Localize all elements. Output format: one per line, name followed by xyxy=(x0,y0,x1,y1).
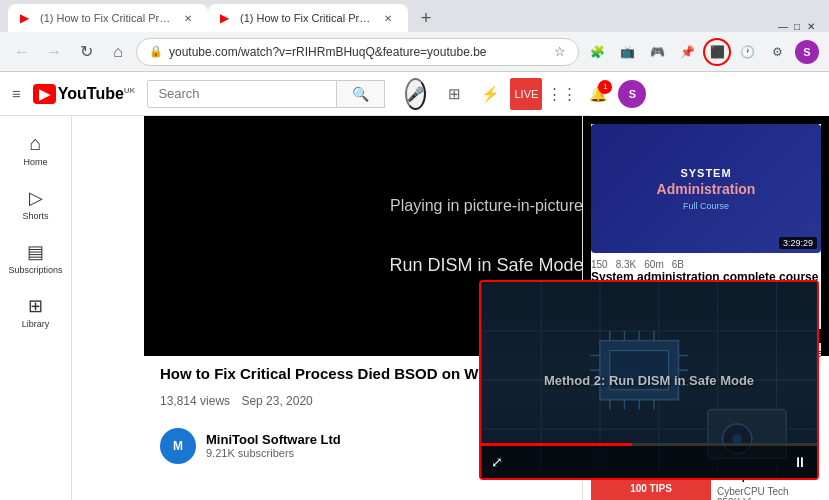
mic-button[interactable]: 🎤 xyxy=(405,78,426,110)
history-icon[interactable]: 🕐 xyxy=(733,38,761,66)
notification-badge: 1 xyxy=(598,80,612,94)
yt-avatar[interactable]: S xyxy=(618,80,646,108)
youtube-logo: ▶ YouTubeUK xyxy=(33,84,136,104)
browser-toolbar: ← → ↻ ⌂ 🔒 youtube.com/watch?v=rRIHRmBHuq… xyxy=(0,32,829,72)
search-bar[interactable] xyxy=(147,80,337,108)
channel-avatar: M xyxy=(160,428,196,464)
library-icon: ⊞ xyxy=(28,295,43,317)
tab-1-title: (1) How to Fix Critical Process Di... xyxy=(40,12,174,24)
pip-label: Playing in picture-in-picture xyxy=(390,197,583,215)
pip-controls: ⤢ ⏸ xyxy=(481,446,817,478)
shorts-sidebar-icon: ▷ xyxy=(29,187,43,209)
unknown-icon-1[interactable]: 🎮 xyxy=(643,38,671,66)
pip-play-pause-button[interactable]: ⏸ xyxy=(791,452,809,472)
sidebar-item-home[interactable]: ⌂ Home xyxy=(4,124,68,175)
channel-info: MiniTool Software Ltd 9.21K subscribers xyxy=(206,432,341,459)
featured-thumb-content: System Administration Full Course xyxy=(657,167,756,211)
tab-bar: ▶ (1) How to Fix Critical Process Di... … xyxy=(0,0,829,32)
sidebar-shorts-label: Shorts xyxy=(22,211,48,221)
tab-1-favicon: ▶ xyxy=(20,11,34,25)
extensions-icon[interactable]: 🧩 xyxy=(583,38,611,66)
grid-icon[interactable]: ⊞ xyxy=(438,78,470,110)
pip-method-text: Method 2: Run DISM in Safe Mode xyxy=(544,373,754,388)
tab-2-favicon: ▶ xyxy=(220,11,234,25)
channel-subs: 9.21K subscribers xyxy=(206,447,341,459)
header-icons: ⊞ ⚡ LIVE ⋮⋮ 🔔 1 S xyxy=(438,78,646,110)
tab-2-close[interactable]: ✕ xyxy=(380,10,396,26)
video-stats: 13,814 views Sep 23, 2020 xyxy=(160,394,313,408)
back-button[interactable]: ← xyxy=(8,38,36,66)
address-bar[interactable]: 🔒 youtube.com/watch?v=rRIHRmBHuqQ&featur… xyxy=(136,38,579,66)
tab-1[interactable]: ▶ (1) How to Fix Critical Process Di... … xyxy=(8,4,208,32)
tab-2[interactable]: ▶ (1) How to Fix Critical Proce... ✕ xyxy=(208,4,408,32)
pip-overlay: ✕ xyxy=(479,280,819,480)
settings-icon[interactable]: ⚙ xyxy=(763,38,791,66)
shorts-icon[interactable]: ⚡ xyxy=(474,78,506,110)
cast-icon[interactable]: 📺 xyxy=(613,38,641,66)
new-tab-button[interactable]: + xyxy=(412,4,440,32)
search-button[interactable]: 🔍 xyxy=(337,80,385,108)
unknown-icon-2[interactable]: 📌 xyxy=(673,38,701,66)
account-icon[interactable]: S xyxy=(793,38,821,66)
sidebar-item-shorts[interactable]: ▷ Shorts xyxy=(4,179,68,229)
featured-metric2: 8.3K xyxy=(616,259,637,270)
address-text: youtube.com/watch?v=rRIHRmBHuqQ&feature=… xyxy=(169,45,548,59)
tips-text: 100 TIPS xyxy=(626,479,676,498)
featured-metric3: 60m xyxy=(644,259,663,270)
sidebar-item-library[interactable]: ⊞ Library xyxy=(4,287,68,337)
publish-date: Sep 23, 2020 xyxy=(241,394,312,408)
extensions-btn[interactable]: ⬛ xyxy=(703,38,731,66)
yt-sidebar: ⌂ Home ▷ Shorts ▤ Subscriptions ⊞ Librar… xyxy=(0,116,72,500)
search-input[interactable] xyxy=(148,81,336,107)
featured-thumbnail: System Administration Full Course 3:29:2… xyxy=(591,124,821,253)
yt-logo-icon: ▶ xyxy=(33,84,56,104)
search-container: 🔍 xyxy=(147,80,385,108)
live-icon[interactable]: LIVE xyxy=(510,78,542,110)
sidebar-library-label: Library xyxy=(22,319,50,329)
sidebar-subs-label: Subscriptions xyxy=(8,265,62,275)
apps-icon[interactable]: ⋮⋮ xyxy=(546,78,578,110)
forward-button[interactable]: → xyxy=(40,38,68,66)
minimize-button[interactable]: — xyxy=(777,20,789,32)
yt-logo-text: YouTubeUK xyxy=(58,85,136,103)
sidebar-item-subscriptions[interactable]: ▤ Subscriptions xyxy=(4,233,68,283)
tab-2-title: (1) How to Fix Critical Proce... xyxy=(240,12,374,24)
youtube-header: ≡ ▶ YouTubeUK 🔍 🎤 ⊞ ⚡ LIVE ⋮⋮ 🔔 1 S xyxy=(0,72,590,116)
home-button[interactable]: ⌂ xyxy=(104,38,132,66)
featured-duration: 3:29:29 xyxy=(779,237,817,249)
view-count: 13,814 views xyxy=(160,394,230,408)
menu-icon[interactable]: ≡ xyxy=(12,78,21,110)
maximize-button[interactable]: □ xyxy=(791,20,803,32)
tab-1-close[interactable]: ✕ xyxy=(180,10,196,26)
method-label: Run DISM in Safe Mode xyxy=(389,255,583,276)
channel-name[interactable]: MiniTool Software Ltd xyxy=(206,432,341,447)
refresh-button[interactable]: ↻ xyxy=(72,38,100,66)
close-button[interactable]: ✕ xyxy=(805,20,817,32)
pip-expand-button[interactable]: ⤢ xyxy=(489,452,505,472)
sidebar-home-label: Home xyxy=(23,157,47,167)
home-icon: ⌂ xyxy=(29,132,41,155)
rec-channel-disk: CyberCPU Tech xyxy=(717,486,821,497)
bookmark-icon: ☆ xyxy=(554,44,566,59)
featured-metric4: 6B xyxy=(672,259,684,270)
notifications-icon[interactable]: 🔔 1 xyxy=(582,78,614,110)
featured-metric1: 150 xyxy=(591,259,608,270)
lock-icon: 🔒 xyxy=(149,45,163,58)
browser-chrome: ▶ (1) How to Fix Critical Process Di... … xyxy=(0,0,829,72)
subscriptions-icon: ▤ xyxy=(27,241,44,263)
